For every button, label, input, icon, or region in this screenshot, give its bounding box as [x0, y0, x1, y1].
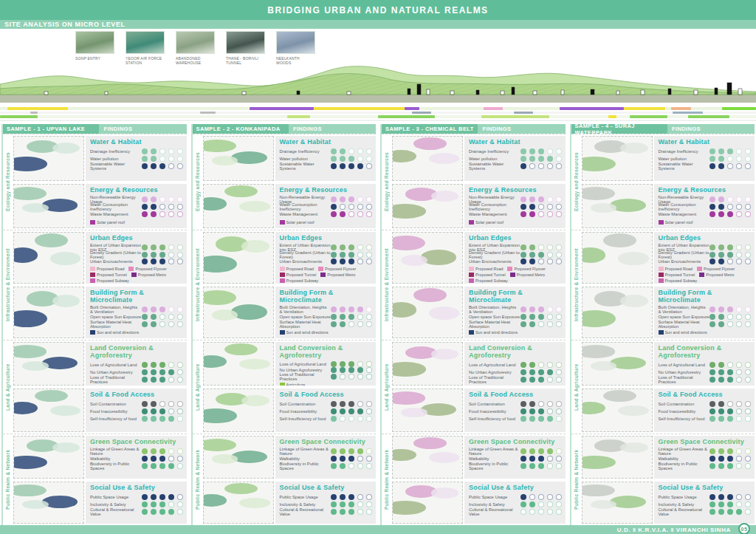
findings-panel: Green Space ConnectivityLinkage of Green… — [275, 436, 377, 479]
legend-chip: Proposed Flyover — [128, 267, 166, 271]
rating-dot-empty — [736, 494, 742, 500]
photo-thumbnail: SGNP ENTRY — [75, 31, 114, 65]
indicator-row: Linkage of Green Areas & Nature — [659, 448, 752, 455]
rating-dot-filled — [340, 509, 346, 515]
rating-dot-filled — [159, 502, 165, 507]
theme-group: Infrastructure & EnvironmentUrban EdgesE… — [3, 230, 187, 340]
legend-chip: Proposed Road — [659, 267, 693, 271]
indicator-row: Public Space Usage — [469, 493, 562, 501]
rating-dot-filled — [142, 456, 148, 462]
rating-dot-filled — [709, 244, 715, 250]
indicator-label: Waste Management — [90, 212, 142, 216]
map-sketch-shape — [618, 252, 648, 265]
map-thumbnail — [203, 436, 274, 479]
theme-group: Land & AgricultureLand Conversion & Agro… — [3, 340, 187, 434]
rating-dots — [142, 252, 183, 258]
map-sketch-shape — [431, 487, 459, 498]
map-sketch-shape — [413, 437, 447, 449]
rating-dot-filled — [331, 374, 337, 380]
rating-dot-filled — [142, 321, 148, 327]
rating-dot-empty — [366, 361, 372, 367]
legend-label: Proposed Tunnel — [475, 273, 506, 277]
rating-dot-empty — [366, 252, 372, 258]
rating-dots — [142, 416, 183, 422]
analysis-section: Green Space ConnectivityLinkage of Green… — [12, 434, 187, 480]
section-title: Green Space Connectivity — [90, 438, 183, 445]
rating-dot-empty — [366, 156, 372, 162]
indicator-label: Self-Insufficiency of food — [469, 417, 520, 421]
rating-dot-empty — [556, 456, 562, 462]
rating-dot-filled — [709, 204, 715, 210]
rating-dot-empty — [177, 196, 183, 202]
rating-dot-filled — [348, 259, 354, 264]
rating-dot-filled — [348, 244, 354, 250]
section-title: Social Use & Safety — [469, 484, 562, 491]
section-legend: Proposed RoadProposed FlyoverProposed Tu… — [90, 267, 183, 283]
rating-dot-empty — [366, 163, 372, 169]
rating-dot-empty — [547, 362, 553, 368]
indicator-row: Cultural & Recreational Value — [280, 508, 373, 516]
analysis-section: Water & HabitatDrainage InefficiencyWate… — [391, 134, 566, 182]
rating-dot-filled — [151, 148, 157, 154]
indicator-label: Urban Encroachments — [469, 259, 520, 264]
findings-panel: Social Use & SafetyPublic Space UsageInc… — [86, 482, 187, 524]
rating-dot-filled — [159, 252, 165, 258]
section-title: Water & Habitat — [469, 138, 562, 146]
indicator-label: No Urban Agroforestry — [90, 370, 142, 374]
rating-dot-filled — [142, 408, 148, 414]
page-title: BRIDGING URBAN AND NATURAL REALMS — [0, 0, 756, 20]
indicator-row: Linkage of Green Areas & Nature — [469, 448, 562, 455]
strip-segment — [314, 107, 405, 110]
rating-dot-empty — [168, 211, 174, 217]
legend-chip: Solar panel roof — [280, 220, 315, 225]
map-sketch-shape — [582, 345, 615, 357]
rating-dots — [709, 448, 751, 454]
rating-dot-filled — [718, 148, 724, 154]
map-thumbnail — [13, 184, 84, 229]
rating-dot-filled — [520, 156, 526, 162]
indicator-row: Public Space Usage — [280, 493, 373, 501]
indicator-label: Open space Sun Exposure — [90, 315, 142, 319]
rating-dots — [331, 307, 372, 312]
strip-segment — [30, 112, 38, 114]
rating-dots — [142, 196, 183, 202]
rating-dot-filled — [159, 259, 165, 264]
rating-dots — [520, 196, 562, 202]
rating-dot-filled — [529, 502, 535, 507]
rating-dots — [520, 502, 562, 507]
rating-dots — [142, 259, 183, 264]
map-thumbnail — [392, 436, 463, 479]
rating-dot-empty — [547, 148, 553, 154]
rating-dot-empty — [556, 509, 562, 515]
rating-dots — [331, 196, 372, 202]
rating-dot-empty — [348, 211, 354, 217]
rating-dot-filled — [151, 259, 157, 264]
photo-image — [126, 31, 165, 54]
rating-dot-filled — [718, 416, 724, 422]
rating-dot-empty — [366, 244, 372, 250]
rating-dot-empty — [538, 204, 544, 210]
legend-swatch — [280, 330, 285, 335]
rating-dot-empty — [177, 463, 183, 469]
rating-dot-empty — [736, 362, 742, 368]
rating-dot-filled — [348, 509, 354, 515]
rating-dots — [331, 367, 372, 373]
indicator-label: Biodiversity in Public Spaces — [280, 462, 331, 470]
analysis-section: Social Use & SafetyPublic Space UsageInc… — [391, 480, 566, 526]
rating-dot-empty — [745, 211, 751, 217]
rating-dot-filled — [529, 252, 535, 258]
rating-dots — [331, 374, 372, 380]
rating-dot-filled — [727, 448, 733, 454]
strip-row — [0, 120, 756, 121]
theme-group-label: Infrastructure & Environment — [193, 230, 202, 340]
rating-dot-filled — [520, 463, 526, 469]
indicator-row: Food Inaccessibility — [659, 408, 752, 415]
rating-dot-filled — [520, 163, 526, 169]
rating-dot-filled — [159, 163, 165, 169]
rating-dot-filled — [331, 448, 337, 454]
theme-group: Public Realm & NetworkGreen Space Connec… — [382, 434, 566, 525]
analysis-section: Land Conversion & AgroforestryLoss of Ag… — [580, 340, 755, 387]
indicator-label: Surface Material Heat Absorption — [90, 320, 142, 329]
rating-dots — [520, 211, 562, 217]
map-sketch-shape — [241, 395, 269, 406]
